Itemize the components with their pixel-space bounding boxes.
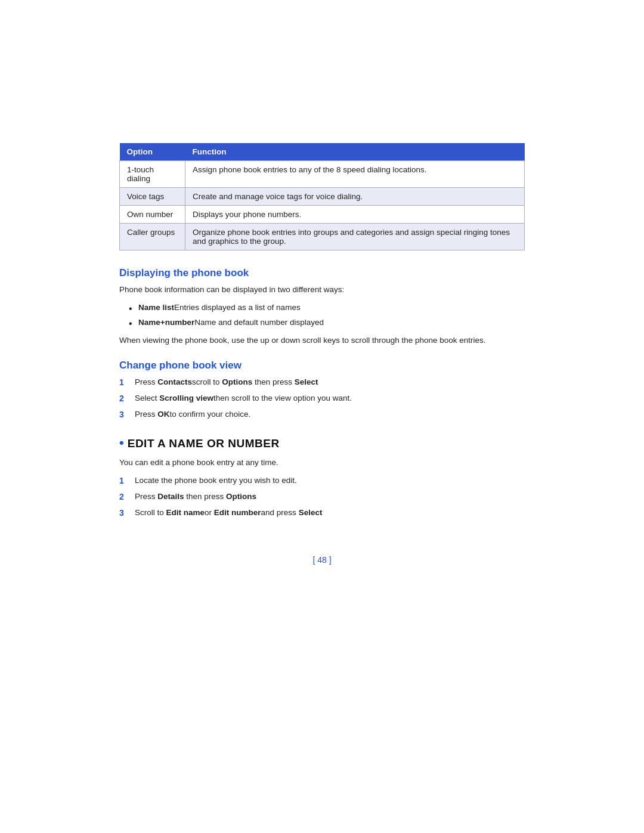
edit-step3-mid: or bbox=[205, 508, 214, 517]
step-item: 1 Press Contactsscroll to Options then p… bbox=[119, 376, 525, 389]
table-cell-option: Own number bbox=[120, 206, 185, 224]
scroll-note: When viewing the phone book, use the up … bbox=[119, 335, 525, 346]
change-view-section: Change phone book view 1 Press Contactss… bbox=[119, 360, 525, 421]
step-content-2: Select Scrolling viewthen scroll to the … bbox=[135, 392, 525, 404]
step1-before: Press bbox=[135, 377, 157, 386]
name-number-rest: Name and default number displayed bbox=[194, 318, 324, 327]
step-num-1: 1 bbox=[119, 376, 132, 389]
table-cell-function: Organize phone book entries into groups … bbox=[185, 224, 525, 250]
table-cell-option: 1-touch dialing bbox=[120, 161, 185, 188]
edit-intro: You can edit a phone book entry at any t… bbox=[119, 457, 525, 469]
edit-steps: 1 Locate the phone book entry you wish t… bbox=[119, 475, 525, 519]
displaying-intro: Phone book information can be displayed … bbox=[119, 284, 525, 296]
edit-step3-bold3: Select bbox=[299, 508, 323, 517]
change-view-heading: Change phone book view bbox=[119, 360, 525, 371]
edit-step2-before: Press bbox=[135, 492, 157, 501]
edit-step3-bold1: Edit name bbox=[166, 508, 205, 517]
edit-section: •EDIT A NAME OR NUMBER You can edit a ph… bbox=[119, 435, 525, 519]
step-item: 3 Press OKto confirm your choice. bbox=[119, 408, 525, 421]
table-cell-function: Assign phone book entries to any of the … bbox=[185, 161, 525, 188]
step1-bold2: Options bbox=[222, 377, 252, 386]
step2-bold1: Scrolling view bbox=[159, 394, 213, 402]
step-num-3: 3 bbox=[119, 408, 132, 421]
edit-step-num-1: 1 bbox=[119, 475, 132, 487]
table-header-option: Option bbox=[120, 143, 185, 161]
edit-step2-bold2: Options bbox=[226, 492, 256, 501]
edit-heading: •EDIT A NAME OR NUMBER bbox=[119, 435, 525, 451]
step1-mid1: scroll to bbox=[192, 377, 222, 386]
edit-step-content-1: Locate the phone book entry you wish to … bbox=[135, 475, 525, 487]
step3-bold1: OK bbox=[157, 410, 169, 419]
edit-step-item: 1 Locate the phone book entry you wish t… bbox=[119, 475, 525, 487]
edit-step3-bold2: Edit number bbox=[214, 508, 261, 517]
name-list-rest: Entries displayed as a list of names bbox=[174, 303, 301, 312]
edit-step-content-3: Scroll to Edit nameor Edit numberand pre… bbox=[135, 507, 525, 519]
edit-step-num-2: 2 bbox=[119, 491, 132, 503]
step1-bold1: Contacts bbox=[157, 377, 192, 386]
top-spacer bbox=[119, 36, 525, 143]
step1-bold3: Select bbox=[295, 377, 318, 386]
step-content-1: Press Contactsscroll to Options then pre… bbox=[135, 376, 525, 388]
edit-body: You can edit a phone book entry at any t… bbox=[119, 457, 525, 519]
step3-before: Press bbox=[135, 410, 157, 419]
options-table: Option Function 1-touch dialingAssign ph… bbox=[119, 143, 525, 250]
table-cell-option: Caller groups bbox=[120, 224, 185, 250]
step-num-2: 2 bbox=[119, 392, 132, 405]
edit-step-item: 3 Scroll to Edit nameor Edit numberand p… bbox=[119, 507, 525, 519]
step-content-3: Press OKto confirm your choice. bbox=[135, 408, 525, 420]
edit-step-content-2: Press Details then press Options bbox=[135, 491, 525, 503]
step1-mid2: then press bbox=[252, 377, 295, 386]
edit-step2-mid: then press bbox=[184, 492, 227, 501]
step3-rest: to confirm your choice. bbox=[170, 410, 251, 419]
table-cell-function: Create and manage voice tags for voice d… bbox=[185, 188, 525, 206]
name-number-bold: Name+number bbox=[138, 318, 194, 327]
edit-step2-bold1: Details bbox=[157, 492, 184, 501]
list-item: Name+numberName and default number displ… bbox=[129, 317, 525, 329]
edit-step-num-3: 3 bbox=[119, 507, 132, 519]
edit-step-item: 2 Press Details then press Options bbox=[119, 491, 525, 503]
edit-heading-text: EDIT A NAME OR NUMBER bbox=[128, 437, 280, 450]
name-list-bold: Name list bbox=[138, 303, 174, 312]
list-item: Name listEntries displayed as a list of … bbox=[129, 302, 525, 314]
displaying-section: Displaying the phone book Phone book inf… bbox=[119, 267, 525, 346]
table-header-function: Function bbox=[185, 143, 525, 161]
edit-step3-before: Scroll to bbox=[135, 508, 166, 517]
page-number: [ 48 ] bbox=[119, 555, 525, 565]
change-view-steps: 1 Press Contactsscroll to Options then p… bbox=[119, 376, 525, 421]
edit-bullet: • bbox=[119, 435, 124, 450]
step2-rest: then scroll to the view option you want. bbox=[213, 394, 352, 402]
edit-step3-end: and press bbox=[261, 508, 299, 517]
displaying-list: Name listEntries displayed as a list of … bbox=[129, 302, 525, 329]
page: Option Function 1-touch dialingAssign ph… bbox=[0, 0, 644, 833]
step2-before: Select bbox=[135, 394, 159, 402]
table-cell-option: Voice tags bbox=[120, 188, 185, 206]
step-item: 2 Select Scrolling viewthen scroll to th… bbox=[119, 392, 525, 405]
displaying-heading: Displaying the phone book bbox=[119, 267, 525, 279]
table-cell-function: Displays your phone numbers. bbox=[185, 206, 525, 224]
